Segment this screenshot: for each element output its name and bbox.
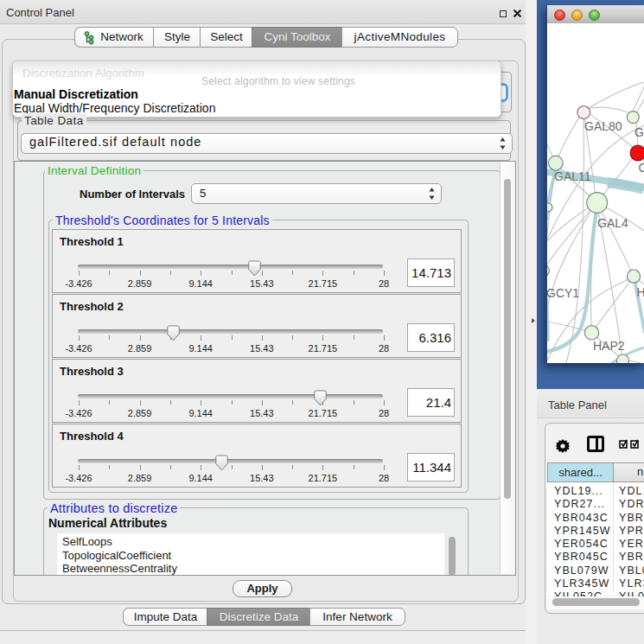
svg-text:HAP2: HAP2 — [593, 339, 625, 353]
svg-text:GAL80: GAL80 — [584, 119, 622, 133]
svg-text:G.: G. — [634, 125, 644, 139]
svg-text:C: C — [639, 161, 644, 175]
svg-text:GCY1: GCY1 — [547, 286, 579, 300]
svg-text:GAL11: GAL11 — [554, 169, 591, 183]
svg-text:H: H — [637, 285, 644, 299]
svg-text:GAL4: GAL4 — [597, 216, 628, 230]
